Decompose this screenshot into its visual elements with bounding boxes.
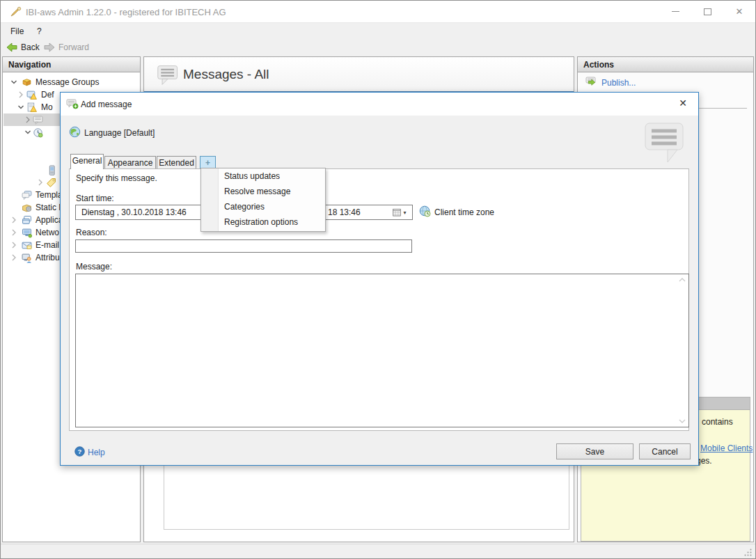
app-icon bbox=[10, 6, 22, 18]
save-button[interactable]: Save bbox=[556, 443, 633, 459]
menu-file[interactable]: File bbox=[10, 26, 24, 36]
forward-arrow-icon bbox=[44, 42, 55, 52]
tool-bar: Back Forward bbox=[1, 40, 755, 55]
help-icon: ? bbox=[74, 446, 85, 457]
maximize-icon bbox=[704, 8, 711, 15]
chevron-down-icon[interactable] bbox=[9, 77, 19, 87]
publish-link[interactable]: Publish... bbox=[601, 78, 636, 88]
add-message-dialog: Add message ✕ Language [Default] General… bbox=[60, 92, 699, 466]
main-header: Messages - All bbox=[144, 57, 574, 93]
end-time-value: 18 13:46 bbox=[328, 207, 361, 217]
tree-label: Netwo bbox=[36, 228, 59, 237]
calendar-icon bbox=[393, 208, 401, 216]
chevron-down-icon[interactable] bbox=[16, 102, 26, 112]
close-icon: ✕ bbox=[736, 6, 743, 17]
language-label: Language [Default] bbox=[84, 128, 155, 138]
message-groups-icon bbox=[22, 77, 32, 88]
general-tab-content: Specify this message. Start time: Dienst… bbox=[69, 168, 689, 431]
box-gear-icon bbox=[22, 203, 32, 213]
tab-label: Appearance bbox=[108, 158, 153, 168]
forward-button[interactable]: Forward bbox=[44, 41, 89, 54]
tree-label: Attribu bbox=[36, 253, 60, 262]
chevron-right-icon[interactable] bbox=[9, 215, 19, 225]
client-time-zone-icon bbox=[419, 205, 431, 217]
message-label: Message: bbox=[76, 262, 112, 271]
scroll-up-icon[interactable] bbox=[678, 277, 686, 283]
message-icon bbox=[33, 115, 43, 125]
maximize-button[interactable] bbox=[693, 1, 722, 22]
applications-icon bbox=[22, 215, 32, 226]
actions-header: Actions bbox=[578, 57, 753, 72]
plus-icon: + bbox=[205, 158, 210, 168]
message-watermark-icon bbox=[643, 119, 687, 169]
page-title: Messages - All bbox=[183, 67, 269, 82]
phone-icon bbox=[47, 165, 57, 176]
calendar-dropdown-button[interactable]: ▾ bbox=[391, 206, 409, 219]
title-bar: IBI-aws Admin 1.22.0 - registered for IB… bbox=[1, 1, 755, 23]
menu-gutter bbox=[201, 168, 219, 231]
clock-icon bbox=[33, 127, 43, 138]
chevron-right-icon[interactable] bbox=[9, 240, 19, 250]
scroll-down-icon[interactable] bbox=[678, 418, 686, 424]
tag-icon bbox=[46, 178, 56, 188]
tree-label: Message Groups bbox=[36, 77, 99, 87]
message-group-icon bbox=[26, 90, 37, 100]
back-button[interactable]: Back bbox=[6, 41, 40, 54]
tree-item-message-groups[interactable]: Message Groups bbox=[3, 76, 140, 88]
navigation-header: Navigation bbox=[3, 57, 140, 72]
dialog-close-button[interactable]: ✕ bbox=[675, 97, 691, 111]
resize-grip-icon[interactable] bbox=[743, 548, 753, 557]
menu-help[interactable]: ? bbox=[37, 26, 42, 36]
mobile-clients-link[interactable]: Mobile Clients bbox=[700, 443, 753, 453]
status-bar bbox=[1, 544, 755, 559]
close-icon: ✕ bbox=[679, 97, 687, 109]
dialog-title-bar: Add message ✕ bbox=[61, 93, 698, 116]
minimize-button[interactable] bbox=[661, 1, 690, 22]
menu-bar: File ? bbox=[1, 24, 755, 40]
language-globe-icon bbox=[69, 126, 81, 138]
tab-label: General bbox=[72, 156, 102, 166]
svg-text:?: ? bbox=[78, 448, 82, 455]
chevron-right-icon[interactable] bbox=[16, 90, 26, 100]
chevron-right-icon[interactable] bbox=[23, 115, 33, 125]
start-time-label: Start time: bbox=[76, 194, 114, 203]
email-icon bbox=[22, 240, 32, 251]
templates-icon bbox=[22, 190, 32, 200]
client-time-zone-label: Client time zone bbox=[434, 207, 494, 217]
cancel-label: Cancel bbox=[652, 447, 677, 457]
add-tab-dropdown-menu: Status updates Resolve message Categorie… bbox=[200, 168, 326, 232]
tab-appearance[interactable]: Appearance bbox=[104, 156, 156, 169]
start-time-field[interactable]: Dienstag , 30.10.2018 13:46 bbox=[75, 205, 215, 220]
tree-label: Applica bbox=[36, 215, 63, 225]
attributes-icon bbox=[22, 253, 32, 263]
chevron-right-icon[interactable] bbox=[9, 253, 19, 262]
save-label: Save bbox=[585, 447, 604, 457]
tree-label: Def bbox=[41, 90, 54, 100]
chevron-down-icon[interactable] bbox=[23, 127, 33, 137]
help-link[interactable]: Help bbox=[88, 448, 105, 457]
app-window: IBI-aws Admin 1.22.0 - registered for IB… bbox=[0, 0, 756, 559]
menu-item-status-updates[interactable]: Status updates bbox=[224, 169, 322, 184]
menu-item-registration-options[interactable]: Registration options bbox=[224, 215, 322, 230]
tab-extended[interactable]: Extended bbox=[157, 156, 196, 169]
messages-icon bbox=[156, 63, 181, 87]
network-icon bbox=[22, 228, 32, 238]
add-message-icon bbox=[66, 98, 79, 109]
message-textarea[interactable] bbox=[75, 274, 689, 427]
cancel-button[interactable]: Cancel bbox=[639, 443, 691, 459]
menu-item-resolve-message[interactable]: Resolve message bbox=[224, 184, 322, 200]
dialog-title: Add message bbox=[81, 100, 132, 109]
chevron-right-icon[interactable] bbox=[36, 178, 45, 187]
info-text-fragment: contains bbox=[702, 417, 733, 427]
tab-label: Extended bbox=[159, 158, 194, 168]
back-label: Back bbox=[21, 42, 40, 52]
back-arrow-icon bbox=[6, 42, 17, 52]
chevron-right-icon[interactable] bbox=[9, 228, 19, 237]
tree-label: E-mail bbox=[36, 240, 59, 250]
tree-label: Mo bbox=[41, 102, 53, 112]
menu-item-categories[interactable]: Categories bbox=[224, 200, 322, 215]
close-button[interactable]: ✕ bbox=[725, 1, 754, 22]
reason-input[interactable] bbox=[75, 239, 412, 253]
reason-label: Reason: bbox=[76, 228, 107, 237]
tab-general[interactable]: General bbox=[70, 154, 104, 169]
